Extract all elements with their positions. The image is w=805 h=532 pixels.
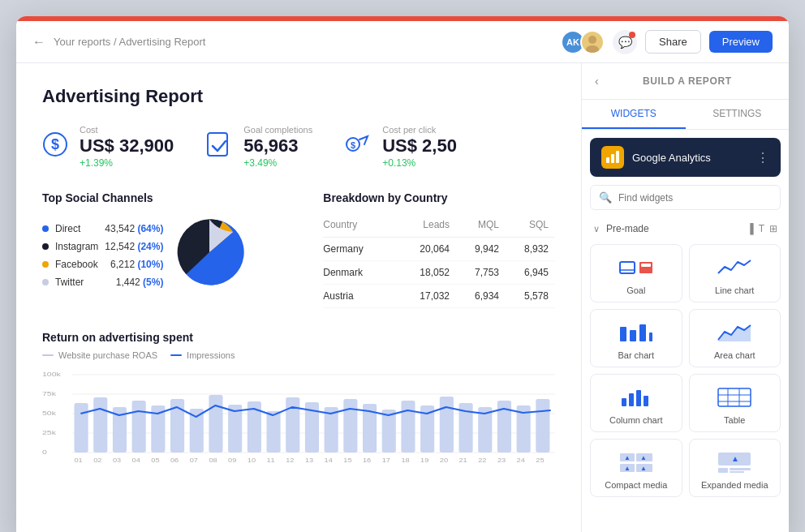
col-leads: Leads (398, 216, 456, 238)
share-button[interactable]: Share (645, 30, 701, 54)
text-view-icon[interactable]: T (759, 223, 764, 234)
svg-text:05: 05 (151, 457, 160, 464)
svg-text:▲: ▲ (640, 465, 647, 472)
roas-section: Return on advertising spent Website purc… (42, 331, 555, 467)
svg-text:0: 0 (42, 448, 47, 456)
goal-icon (206, 130, 232, 165)
svg-rect-68 (611, 154, 614, 163)
svg-rect-80 (636, 390, 641, 406)
sidebar-tabs: WIDGETS SETTINGS (582, 100, 789, 130)
legend-label-instagram: Instagram (55, 241, 98, 252)
preview-button[interactable]: Preview (709, 31, 773, 53)
widget-expanded-media-icon: ▲ (717, 449, 752, 475)
svg-text:23: 23 (497, 457, 506, 464)
widget-area-label: Area chart (714, 350, 755, 360)
premade-header: ∨ Pre-made ▐ T ⊞ (582, 218, 789, 239)
sidebar-title: BUILD A REPORT (599, 75, 776, 87)
widget-compact-media-icon: ▲ ▲ ▲ ▲ (618, 449, 654, 475)
svg-text:01: 01 (75, 457, 84, 464)
svg-rect-76 (639, 324, 646, 341)
widget-line[interactable]: Line chart (689, 244, 781, 302)
premade-view-icons: ▐ T ⊞ (747, 223, 777, 234)
svg-rect-20 (132, 401, 146, 453)
widget-bar-label: Bar chart (618, 350, 654, 360)
svg-point-1 (586, 45, 599, 53)
widget-goal-icon (618, 255, 654, 281)
widget-table[interactable]: Table (689, 374, 781, 432)
search-input[interactable] (618, 192, 772, 204)
goal-change: +3.49% (243, 157, 312, 169)
back-button[interactable]: ← (32, 35, 45, 49)
widget-line-label: Line chart (715, 285, 754, 295)
cost-change: +1.39% (80, 157, 174, 169)
widget-column-icon (618, 384, 654, 410)
social-section: Top Social Channels Direct 43,542 (64%) … (42, 191, 297, 308)
svg-text:20: 20 (440, 457, 449, 464)
legend-pct-twitter: (5%) (143, 277, 163, 288)
col-sql: SQL (506, 216, 555, 238)
report-content: Advertising Report $ Cost US$ 32,900 +1.… (16, 63, 581, 532)
avatar-user (580, 30, 605, 54)
cell-mql-0: 9,942 (456, 238, 506, 261)
legend-dot-instagram (42, 243, 49, 250)
goal-label: Goal completions (243, 125, 312, 135)
svg-text:22: 22 (478, 457, 487, 464)
cell-country-1: Denmark (323, 261, 398, 285)
pie-chart (173, 216, 246, 289)
sidebar: ‹ BUILD A REPORT WIDGETS SETTINGS Google… (581, 63, 789, 532)
legend-dot-twitter (42, 279, 49, 285)
sections-row: Top Social Channels Direct 43,542 (64%) … (42, 191, 555, 308)
widget-expanded-media[interactable]: ▲ Expanded media (689, 439, 781, 497)
svg-text:24: 24 (517, 457, 526, 464)
tab-widgets[interactable]: WIDGETS (582, 100, 686, 129)
ga-source-item[interactable]: Google Analytics ⋮ (590, 138, 781, 177)
cpc-value: US$ 2,50 (382, 136, 457, 156)
svg-text:18: 18 (401, 457, 410, 464)
ga-more-button[interactable]: ⋮ (756, 150, 769, 165)
bar-view-icon[interactable]: ▐ (747, 223, 754, 234)
cell-mql-2: 6,934 (456, 285, 506, 308)
widget-expanded-media-label: Expanded media (701, 480, 768, 490)
widget-table-label: Table (724, 415, 745, 425)
svg-rect-73 (641, 264, 651, 267)
cell-sql-2: 5,578 (506, 285, 555, 308)
cpc-icon: $ (345, 130, 371, 165)
svg-rect-74 (620, 327, 626, 341)
cell-mql-1: 7,753 (456, 261, 506, 285)
svg-text:25: 25 (536, 457, 545, 464)
tab-settings[interactable]: SETTINGS (686, 100, 790, 129)
widget-goal-label: Goal (626, 285, 645, 295)
svg-text:07: 07 (190, 457, 199, 464)
svg-rect-33 (382, 410, 396, 453)
main-layout: Advertising Report $ Cost US$ 32,900 +1.… (16, 63, 789, 532)
svg-text:03: 03 (113, 457, 122, 464)
widget-bar[interactable]: Bar chart (590, 309, 682, 367)
avatar-group: AK (561, 30, 605, 54)
svg-rect-17 (75, 403, 88, 453)
svg-rect-28 (286, 397, 299, 453)
widget-line-icon (717, 255, 752, 281)
cell-sql-0: 8,932 (506, 238, 555, 261)
cell-country-0: Germany (323, 238, 398, 261)
report-title: Advertising Report (42, 86, 555, 107)
svg-text:04: 04 (132, 457, 141, 464)
svg-text:25k: 25k (42, 429, 56, 436)
goal-value: 56,963 (243, 136, 312, 156)
widget-column[interactable]: Column chart (590, 374, 682, 432)
legend-dot-direct (42, 225, 49, 232)
roas-chart: 100k 75k 50k 25k 0 (42, 367, 555, 464)
grid-view-icon[interactable]: ⊞ (769, 223, 777, 234)
cost-icon: $ (42, 130, 68, 165)
svg-text:21: 21 (459, 457, 468, 464)
breadcrumb: Your reports / Advertising Report (54, 36, 205, 48)
legend-value-twitter: 1,442 (5%) (116, 277, 164, 288)
premade-collapse-icon[interactable]: ∨ (593, 224, 600, 234)
widget-compact-media[interactable]: ▲ ▲ ▲ ▲ Compact media (590, 439, 682, 497)
cost-label: Cost (80, 125, 174, 135)
roas-legend-roas-label: Website purchase ROAS (58, 350, 157, 360)
notifications-button[interactable]: 💬 (613, 30, 637, 54)
svg-text:08: 08 (209, 457, 217, 464)
country-section: Breakdown by Country Country Leads MQL S… (323, 191, 555, 308)
widget-area[interactable]: Area chart (689, 309, 781, 367)
widget-goal[interactable]: Goal (590, 244, 682, 302)
